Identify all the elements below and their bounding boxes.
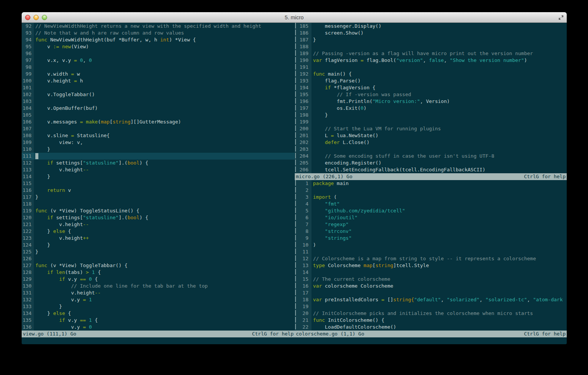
code-line[interactable]: 136 v.y = 0 [22, 324, 295, 331]
code-line[interactable]: 195 // If -version was passed [295, 91, 567, 98]
code-line[interactable]: 100 v.height = h [22, 78, 295, 84]
code-line[interactable]: 186 screen.Show() [295, 30, 567, 36]
code-line[interactable]: 121 v.height-- [22, 221, 295, 228]
code-line[interactable]: 201 L = lua.NewState() [295, 132, 567, 139]
code-line[interactable]: 12// Colorscheme is a map from string to… [295, 255, 567, 262]
code-line[interactable]: 134 } else { [22, 310, 295, 317]
code-line[interactable]: 125} [22, 248, 295, 255]
code-line[interactable]: 206 tcell.SetEncodingFallback(tcell.Enco… [295, 166, 567, 173]
code-line[interactable]: 185 messenger.Display() [295, 23, 567, 30]
minimize-button[interactable] [33, 15, 39, 20]
code-line[interactable]: 3import ( [295, 194, 567, 201]
code-line[interactable]: 187} [295, 36, 567, 43]
code-line[interactable]: 15// The current colorscheme [295, 276, 567, 283]
code-line[interactable]: 2 [295, 187, 567, 194]
code-line[interactable]: 124 } [22, 242, 295, 248]
code-line[interactable]: 4 "fmt" [295, 201, 567, 207]
code-line[interactable]: 20// InitColorscheme picks and initializ… [295, 310, 567, 317]
code-line[interactable]: 104 v.OpenBuffer(buf) [22, 105, 295, 112]
code-line[interactable]: 196 fmt.Println("Micro version:", Versio… [295, 98, 567, 105]
title-bar[interactable]: 5. micro [22, 12, 567, 23]
code-line[interactable]: 17 [295, 290, 567, 296]
code-line[interactable]: 129 if v.y == 0 { [22, 276, 295, 283]
code-line[interactable]: 194 if *flagVersion { [295, 84, 567, 91]
code-line[interactable]: 116 return v [22, 187, 295, 194]
code-line[interactable]: 198 } [295, 112, 567, 119]
code-line[interactable]: 13type Colorscheme map[string]tcell.Styl… [295, 262, 567, 269]
code-line[interactable]: 133 } [22, 303, 295, 310]
code-line[interactable]: 103 [22, 98, 295, 105]
code-line[interactable]: 97 v.x, v.y = 0, 0 [22, 57, 295, 64]
code-line[interactable]: 197 os.Exit(0) [295, 105, 567, 112]
code-line[interactable]: 92// NewViewWidthHeight returns a new vi… [22, 23, 295, 30]
code-line[interactable]: 11 [295, 248, 567, 255]
code-line[interactable]: 1package main [295, 180, 567, 187]
code-line[interactable]: 108 v.sline = Statusline{ [22, 132, 295, 139]
zoom-button[interactable] [42, 15, 47, 20]
code-line[interactable]: 189// Passing -version as a flag will ha… [295, 50, 567, 57]
code-line[interactable]: 204 // Some encoding stuff in case the u… [295, 153, 567, 160]
code-line[interactable]: 10) [295, 242, 567, 248]
code-line[interactable]: 114 } [22, 173, 295, 180]
editor-pane-view-go[interactable]: 92// NewViewWidthHeight returns a new vi… [22, 23, 295, 331]
code-line[interactable]: 102 v.ToggleTabbar() [22, 91, 295, 98]
code-line[interactable]: 200 // Start the Lua VM for running plug… [295, 125, 567, 132]
code-line[interactable]: 131 v.height-- [22, 290, 295, 296]
code-line[interactable]: 98 [22, 64, 295, 71]
code-line[interactable]: 5 "github.com/zyedidia/tcell" [295, 207, 567, 214]
code-line[interactable]: 111 [22, 153, 295, 160]
code-line[interactable]: 120 if settings["statusline"].(bool) { [22, 214, 295, 221]
code-line[interactable]: 96 [22, 50, 295, 57]
code-line[interactable]: 118 [22, 201, 295, 207]
statusbar-micro-go: micro.go (226,1) Go CtrlG for help [295, 173, 567, 180]
code-line[interactable]: 7 "regexp" [295, 221, 567, 228]
code-line[interactable]: 22 LoadDefaultColorscheme() [295, 324, 567, 331]
code-line[interactable]: 107 [22, 125, 295, 132]
code-line[interactable]: 128 if len(tabs) > 1 { [22, 269, 295, 276]
code-line[interactable]: 119func (v *View) ToggleStatusLine() { [22, 207, 295, 214]
editor-pane-colorscheme-go[interactable]: 1package main23import (4 "fmt"5 "github.… [295, 180, 567, 331]
code-text: var colorscheme Colorscheme [311, 283, 393, 289]
code-line[interactable]: 110 } [22, 146, 295, 153]
code-line[interactable]: 193 flag.Parse() [295, 78, 567, 84]
code-line[interactable]: 192func main() { [295, 71, 567, 78]
code-line[interactable]: 94func NewViewWidthHeight(buf *Buffer, w… [22, 36, 295, 43]
code-line[interactable]: 205 encoding.Register() [295, 160, 567, 166]
code-line[interactable]: 199 [295, 119, 567, 125]
code-line[interactable]: 109 view: v, [22, 139, 295, 146]
code-line[interactable]: 191 [295, 64, 567, 71]
code-line[interactable]: 113 v.height-- [22, 166, 295, 173]
code-line[interactable]: 9 "strings" [295, 235, 567, 242]
code-line[interactable]: 18var preInstalledColors = []string{"def… [295, 296, 567, 303]
code-line[interactable]: 123 v.height++ [22, 235, 295, 242]
close-button[interactable] [25, 15, 30, 20]
code-line[interactable]: 21func InitColorscheme() { [295, 317, 567, 324]
code-line[interactable]: 19 [295, 303, 567, 310]
code-line[interactable]: 132 v.y = 1 [22, 296, 295, 303]
code-line[interactable]: 16var colorscheme Colorscheme [295, 283, 567, 290]
code-line[interactable]: 127func (v *View) ToggleTabbar() { [22, 262, 295, 269]
code-line[interactable]: 190var flagVersion = flag.Bool("version"… [295, 57, 567, 64]
code-line[interactable]: 135 if v.y == 1 { [22, 317, 295, 324]
code-line[interactable]: 188 [295, 43, 567, 50]
code-line[interactable]: 126 [22, 255, 295, 262]
code-line[interactable]: 202 defer L.Close() [295, 139, 567, 146]
code-line[interactable]: 6 "io/ioutil" [295, 214, 567, 221]
code-line[interactable]: 93// Note that w and h are raw column an… [22, 30, 295, 36]
code-line[interactable]: 122 } else { [22, 228, 295, 235]
code-line[interactable]: 8 "strconv" [295, 228, 567, 235]
line-number: 16 [295, 283, 311, 290]
editor-pane-micro-go[interactable]: 185 messenger.Display()186 screen.Show()… [295, 23, 567, 173]
code-line[interactable]: 203 [295, 146, 567, 153]
fullscreen-button[interactable] [558, 14, 564, 21]
code-line[interactable]: 14 [295, 269, 567, 276]
code-line[interactable]: 101 [22, 84, 295, 91]
code-line[interactable]: 99 v.width = w [22, 71, 295, 78]
code-line[interactable]: 106 v.messages = make(map[string][]Gutte… [22, 119, 295, 125]
code-line[interactable]: 95 v := new(View) [22, 43, 295, 50]
code-line[interactable]: 105 [22, 112, 295, 119]
code-line[interactable]: 112 if settings["statusline"].(bool) { [22, 160, 295, 166]
code-line[interactable]: 130 // Include one line for the tab bar … [22, 283, 295, 290]
code-line[interactable]: 115 [22, 180, 295, 187]
code-line[interactable]: 117} [22, 194, 295, 201]
